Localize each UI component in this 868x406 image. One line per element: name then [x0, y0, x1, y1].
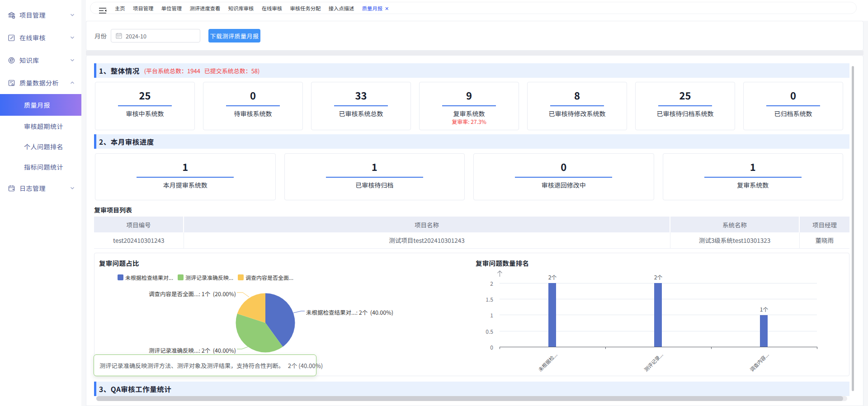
chevron-down-icon: [70, 186, 75, 190]
legend-label: 调查内容是否全面...: [245, 274, 293, 281]
table-row[interactable]: test202410301243 测试项目test202410301243 测试…: [94, 232, 849, 248]
col-project-manager[interactable]: 项目经理: [799, 217, 849, 232]
edit-square-icon: [8, 34, 15, 42]
tab-access-point-description[interactable]: 接入点描述: [329, 5, 354, 12]
tooltip-text: 测评记录准确反映测评方法、测评对象及测评结果，支持符合性判断。: [99, 361, 284, 370]
stats-row-monthly: 1 本月提审系统数 1 已审核待归档 0 审核退回修改中 1 复审系统数: [95, 153, 843, 200]
bar-eval-record[interactable]: [654, 283, 662, 347]
pie-label-eval-record: 测评记录准确反映...: 2个 (40.00%): [149, 346, 236, 354]
main-content: 1、整体情况 (平台系统总数：1944 已提交系统总数：58) 25 审核中系统…: [86, 55, 863, 406]
stat-underline: [515, 177, 612, 178]
cell-project-manager: 董晓雨: [799, 232, 849, 248]
topbar: 主页 项目管理 单位管理 测评进度查看 知识库审核 在线审核 审核任务分配 接入…: [86, 0, 868, 21]
sidebar-subitem-personal-issue-ranking[interactable]: 个人问题排名: [0, 136, 81, 156]
horizontal-scrollbar-track[interactable]: [96, 396, 847, 401]
sidebar-subitem-indicator-issue-stats[interactable]: 指标问题统计: [0, 156, 81, 177]
tooltip-value: 2个 (40.00%): [288, 361, 323, 370]
sidebar-subitem-quality-monthly-report[interactable]: 质量月报: [0, 94, 81, 116]
collapse-menu-icon[interactable]: [99, 5, 107, 11]
tab-project-management[interactable]: 项目管理: [133, 5, 153, 12]
tab-unit-management[interactable]: 单位管理: [161, 5, 182, 12]
sidebar-item-knowledge-base[interactable]: 知识库: [0, 49, 81, 71]
legend-label: 测评记录准确反映...: [185, 274, 233, 281]
tab-home[interactable]: 主页: [115, 5, 125, 12]
stat-label: 已审核待归档: [355, 181, 393, 189]
panel-gap: [86, 51, 863, 55]
stat-value: 1: [750, 161, 756, 172]
section-title: 2、本月审核进度: [99, 137, 154, 146]
stat-underline: [334, 105, 387, 106]
cell-system-name: 测试3级系统test10301323: [670, 232, 799, 248]
sidebar-menu: 项目管理 在线审核 知识库 质量数据分析 质量月报 审核超期统计 个人问题排名 …: [0, 0, 81, 199]
sidebar-item-quality-analysis[interactable]: 质量数据分析: [0, 71, 81, 94]
stat-value: 0: [250, 90, 256, 100]
stat-value: 8: [574, 90, 580, 100]
y-axis-arrow-icon: [497, 270, 503, 277]
stat-card-re-review: 9 复审系统数 复审率: 27.3%: [419, 82, 519, 130]
sidebar-subitem-label: 质量月报: [24, 100, 50, 109]
bar-value-label: 1个: [750, 305, 778, 313]
download-report-button[interactable]: 下载测评质量月报: [208, 29, 260, 42]
stat-value: 0: [561, 161, 566, 172]
col-system-name[interactable]: 系统名称: [670, 217, 799, 232]
tab-knowledge-review[interactable]: 知识库审核: [228, 5, 254, 12]
tab-online-review[interactable]: 在线审核: [262, 5, 282, 12]
col-project-id[interactable]: 项目编号: [94, 217, 184, 232]
bar-survey-content[interactable]: [760, 315, 768, 347]
col-project-name[interactable]: 项目名称: [184, 217, 670, 232]
legend-swatch-yellow: [238, 274, 244, 280]
pie-label-check-result: 未根据检查结果对...: 2个 (40.00%): [306, 308, 393, 316]
legend-item[interactable]: 未根据检查结果对...: [118, 274, 173, 281]
sidebar-item-label: 知识库: [19, 56, 39, 65]
legend-item[interactable]: 调查内容是否全面...: [238, 274, 293, 281]
chevron-down-icon: [70, 35, 75, 40]
close-tab-icon[interactable]: ✕: [385, 5, 389, 12]
sidebar-item-label: 质量数据分析: [19, 78, 59, 87]
stat-value: 1: [182, 161, 188, 172]
bar-check-result[interactable]: [548, 283, 556, 347]
sidebar-item-online-review[interactable]: 在线审核: [0, 26, 81, 49]
tab-review-task-assignment[interactable]: 审核任务分配: [290, 5, 321, 12]
stat-card-reviewed-to-modify: 8 已审核待修改系统数: [527, 82, 627, 130]
month-input[interactable]: [126, 32, 193, 40]
tab-quality-monthly-report[interactable]: 质量月报✕: [362, 5, 389, 12]
sidebar-subitem-review-overdue-stats[interactable]: 审核超期统计: [0, 116, 81, 136]
bar-chart-title: 复审问题数量排名: [476, 258, 529, 268]
stat-extra-rate: 复审率: 27.3%: [452, 118, 486, 124]
vertical-scrollbar-thumb[interactable]: [852, 66, 854, 391]
stat-card-pending-review: 0 待审核系统数: [203, 82, 303, 130]
tab-evaluation-progress[interactable]: 测评进度查看: [190, 5, 221, 12]
legend-swatch-blue: [118, 274, 123, 280]
legend-label: 未根据检查结果对...: [125, 274, 173, 281]
sidebar-item-project-management[interactable]: 项目管理: [0, 4, 81, 26]
stat-value: 9: [466, 90, 472, 100]
stat-value: 25: [139, 90, 151, 100]
stat-label: 已审核系统总数: [339, 110, 383, 118]
month-picker[interactable]: [111, 29, 200, 42]
pie-label-survey-content: 调查内容是否全面...: 1个 (20.00%): [149, 289, 236, 298]
x-tick: [711, 347, 712, 349]
stat-card-reviewed-total: 33 已审核系统总数: [311, 82, 411, 130]
y-tick-2: 2: [475, 279, 493, 287]
cell-project-id: test202410301243: [94, 232, 184, 248]
stat-label: 已审核待归档系统数: [657, 110, 714, 118]
stat-underline: [658, 105, 712, 106]
table-header-row: 项目编号 项目名称 系统名称 项目经理: [94, 217, 849, 232]
y-tick-0: 0: [475, 343, 493, 351]
stats-row-overall: 25 审核中系统数 0 待审核系统数 33 已审核系统总数 9 复审系统数 复审…: [95, 82, 843, 130]
x-tick: [817, 347, 817, 349]
section-title: 1、整体情况: [99, 66, 140, 76]
sidebar: 项目管理 在线审核 知识库 质量数据分析 质量月报 审核超期统计 个人问题排名 …: [0, 0, 81, 406]
x-tick: [500, 347, 500, 349]
sidebar-item-log-management[interactable]: 日志管理: [0, 177, 81, 199]
stat-underline: [326, 177, 423, 178]
horizontal-scrollbar-thumb[interactable]: [96, 396, 843, 401]
filter-panel: 月份 下载测评质量月报: [86, 21, 863, 51]
stat-card-submitted-this-month: 1 本月提审系统数: [95, 153, 276, 200]
sidebar-item-label: 日志管理: [19, 184, 46, 193]
legend-item[interactable]: 测评记录准确反映...: [178, 274, 233, 281]
stat-card-re-review-monthly: 1 复审系统数: [663, 153, 844, 200]
stat-label: 本月提审系统数: [163, 181, 208, 189]
sidebar-item-label: 项目管理: [19, 10, 46, 19]
y-tick-0-5: 0.5: [475, 327, 493, 335]
